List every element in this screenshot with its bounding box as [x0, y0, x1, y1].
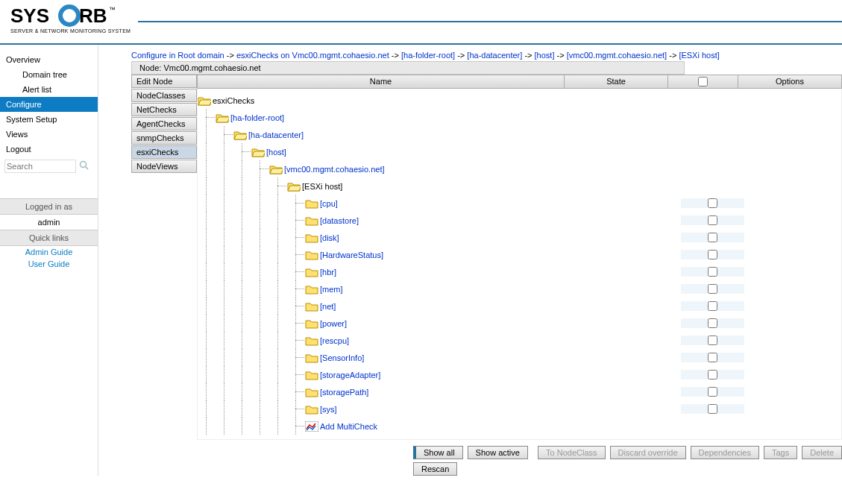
- tree-label[interactable]: [mem]: [320, 285, 343, 294]
- folder-icon[interactable]: [305, 232, 318, 242]
- subnav-esxichecks[interactable]: esxiChecks: [131, 145, 197, 159]
- svg-text:RB: RB: [79, 4, 107, 27]
- logo: SYS RB ™ SERVER & NETWORK MONITORING SYS…: [10, 4, 137, 39]
- link-admin-guide[interactable]: Admin Guide: [0, 246, 98, 258]
- breadcrumb-item[interactable]: [ESXi host]: [679, 51, 719, 60]
- row-checkbox[interactable]: [708, 267, 717, 277]
- tree-label[interactable]: [storageAdapter]: [320, 371, 380, 379]
- logged-in-heading: Logged in as: [0, 198, 98, 215]
- folder-open-icon[interactable]: [198, 95, 211, 105]
- row-checkbox[interactable]: [708, 404, 717, 414]
- row-checkbox[interactable]: [708, 215, 717, 225]
- subnav-agentchecks[interactable]: AgentChecks: [131, 117, 197, 130]
- search-input[interactable]: [4, 160, 76, 173]
- breadcrumb-item[interactable]: Configure in Root domain: [131, 51, 224, 60]
- tree-label[interactable]: [vmc00.mgmt.cohaesio.net]: [284, 165, 385, 174]
- tree-label[interactable]: [rescpu]: [320, 336, 349, 345]
- folder-icon[interactable]: [305, 266, 318, 277]
- subnav-netchecks[interactable]: NetChecks: [131, 103, 197, 116]
- tree-label[interactable]: [datastore]: [320, 216, 359, 225]
- breadcrumb-item[interactable]: [ha-datacenter]: [467, 51, 522, 60]
- folder-icon[interactable]: [305, 300, 318, 311]
- tree-row: [datastore]: [198, 212, 841, 229]
- tree-label[interactable]: [host]: [266, 148, 286, 157]
- nav-configure[interactable]: Configure: [0, 97, 98, 112]
- tree-label[interactable]: [disk]: [320, 233, 339, 242]
- row-checkbox[interactable]: [708, 336, 717, 345]
- logged-in-user: admin: [0, 215, 98, 230]
- tree-label[interactable]: [HardwareStatus]: [320, 251, 383, 259]
- tree-label[interactable]: [SensorInfo]: [320, 353, 364, 362]
- folder-icon[interactable]: [305, 403, 318, 414]
- tree-label[interactable]: [sys]: [320, 405, 337, 414]
- folder-icon[interactable]: [305, 198, 318, 208]
- show-all-button[interactable]: Show all: [413, 446, 463, 459]
- folder-open-icon[interactable]: [287, 180, 301, 191]
- row-checkbox[interactable]: [708, 284, 717, 294]
- folder-icon[interactable]: [305, 283, 318, 294]
- tree-label[interactable]: Add MultiCheck: [320, 422, 377, 431]
- folder-icon[interactable]: [305, 335, 318, 345]
- nav-alert-list[interactable]: Alert list: [0, 82, 98, 97]
- folder-icon[interactable]: [305, 352, 318, 362]
- discard-override-button[interactable]: Discard override: [610, 446, 686, 459]
- link-user-guide[interactable]: User Guide: [0, 258, 98, 270]
- subnav-nodeviews[interactable]: NodeViews: [131, 160, 197, 173]
- folder-icon[interactable]: [305, 318, 318, 328]
- dependencies-button[interactable]: Dependencies: [691, 446, 759, 459]
- nav-logout[interactable]: Logout: [0, 142, 98, 157]
- nav-domain-tree[interactable]: Domain tree: [0, 67, 98, 82]
- tree-label[interactable]: [power]: [320, 319, 347, 328]
- tree-row: [host]: [198, 143, 841, 160]
- folder-icon[interactable]: [305, 386, 318, 397]
- row-checkbox[interactable]: [708, 250, 717, 259]
- tags-button[interactable]: Tags: [764, 446, 797, 459]
- nav-views[interactable]: Views: [0, 127, 98, 142]
- row-checkbox[interactable]: [708, 233, 717, 242]
- tree-label[interactable]: [storagePath]: [320, 388, 368, 397]
- select-all-checkbox[interactable]: [698, 77, 708, 86]
- search-icon[interactable]: [79, 160, 89, 172]
- tree-row: [storageAdapter]: [198, 366, 841, 383]
- breadcrumb-item[interactable]: [host]: [535, 51, 555, 60]
- breadcrumb-item[interactable]: [vmc00.mgmt.cohaesio.net]: [567, 51, 667, 60]
- subnav-nodeclasses[interactable]: NodeClasses: [131, 89, 197, 102]
- tree-label[interactable]: [cpu]: [320, 199, 338, 208]
- delete-button[interactable]: Delete: [802, 446, 842, 459]
- to-nodeclass-button[interactable]: To NodeClass: [538, 446, 605, 459]
- tree-label[interactable]: [net]: [320, 302, 336, 311]
- row-checkbox[interactable]: [708, 318, 717, 328]
- tree-label[interactable]: [ha-datacenter]: [248, 130, 304, 139]
- folder-open-icon[interactable]: [251, 146, 265, 157]
- tree-label: [ESXi host]: [302, 182, 342, 191]
- row-checkbox[interactable]: [708, 301, 717, 311]
- sidebar: Overview Domain tree Alert list Configur…: [0, 45, 98, 476]
- folder-open-icon[interactable]: [269, 163, 283, 174]
- subnav-edit-node[interactable]: Edit Node: [131, 75, 197, 88]
- col-select-all[interactable]: [668, 75, 738, 88]
- row-checkbox[interactable]: [708, 387, 717, 397]
- subnav-snmpchecks[interactable]: snmpChecks: [131, 131, 197, 145]
- show-active-button[interactable]: Show active: [468, 446, 528, 459]
- row-checkbox[interactable]: [708, 370, 717, 379]
- row-checkbox[interactable]: [708, 198, 717, 208]
- row-checkbox[interactable]: [708, 353, 717, 362]
- tree-row: [HardwareStatus]: [198, 246, 841, 263]
- tree-label[interactable]: [ha-folder-root]: [230, 113, 284, 122]
- tree-row: [cpu]: [198, 195, 841, 212]
- nav-overview[interactable]: Overview: [0, 52, 98, 67]
- tree-label[interactable]: [hbr]: [320, 268, 336, 277]
- folder-icon[interactable]: [305, 249, 318, 259]
- folder-icon[interactable]: [305, 215, 318, 225]
- chart-icon[interactable]: [305, 420, 318, 431]
- folder-open-icon[interactable]: [216, 112, 229, 122]
- breadcrumb: Configure in Root domain -> esxiChecks o…: [131, 51, 842, 60]
- folder-icon[interactable]: [305, 369, 318, 379]
- nav-system-setup[interactable]: System Setup: [0, 112, 98, 127]
- svg-text:™: ™: [109, 6, 116, 13]
- folder-open-icon[interactable]: [233, 129, 247, 139]
- breadcrumb-item[interactable]: [ha-folder-root]: [401, 51, 455, 60]
- rescan-button[interactable]: Rescan: [413, 462, 457, 476]
- breadcrumb-item[interactable]: esxiChecks on Vmc00.mgmt.cohaesio.net: [236, 51, 389, 60]
- header: SYS RB ™ SERVER & NETWORK MONITORING SYS…: [0, 0, 842, 45]
